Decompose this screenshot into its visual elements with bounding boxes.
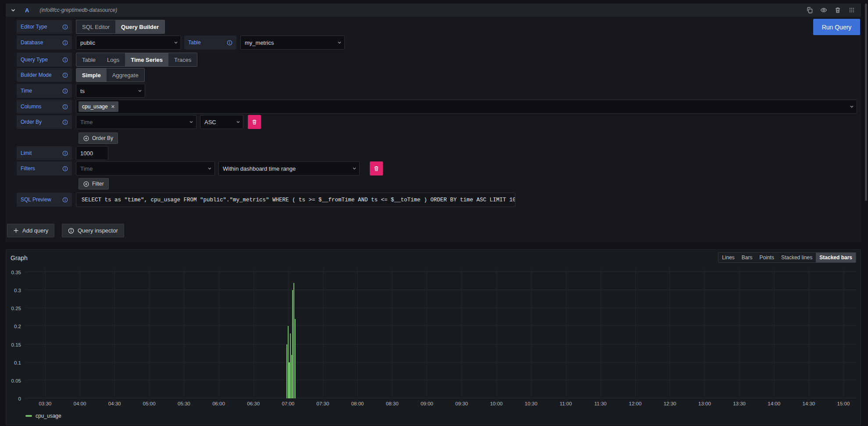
x-tick-label: 05:00 <box>143 401 156 406</box>
gridline <box>254 268 254 398</box>
graph-panel: Graph LinesBarsPointsStacked linesStacke… <box>6 249 861 425</box>
y-tick-label: 0.15 <box>11 342 21 347</box>
order-by-direction-select[interactable]: ASC <box>200 115 243 129</box>
drag-handle-icon[interactable] <box>847 5 857 15</box>
add-query-button[interactable]: Add query <box>7 224 54 237</box>
x-tick-label: 11:30 <box>594 401 607 406</box>
sql-preview-text: SELECT ts as "time", cpu_usage FROM "pub… <box>76 193 515 207</box>
y-tick-label: 0.3 <box>14 288 21 293</box>
scrollbar[interactable] <box>865 4 867 201</box>
add-order-by-button[interactable]: Order By <box>79 132 118 144</box>
info-icon[interactable] <box>62 72 68 78</box>
radio-option-aggregate[interactable]: Aggregate <box>107 68 144 82</box>
field-label-columns: Columns <box>17 100 72 114</box>
info-icon[interactable] <box>62 119 68 125</box>
filter-field-select[interactable]: Time <box>76 161 215 175</box>
gridline <box>739 268 740 398</box>
remove-filter-button[interactable] <box>370 161 383 175</box>
draw-mode-points[interactable]: Points <box>756 253 778 262</box>
database-select[interactable]: public <box>76 36 181 50</box>
gridline <box>704 268 705 398</box>
gridline <box>25 398 856 398</box>
gridline <box>184 268 184 398</box>
info-icon[interactable] <box>62 24 68 30</box>
filter-field-placeholder: Time <box>80 165 93 172</box>
time-column-value: ts <box>80 88 85 94</box>
info-icon[interactable] <box>62 88 68 94</box>
chevron-down-icon <box>188 119 194 125</box>
x-tick-label: 06:30 <box>247 401 260 406</box>
gridline <box>25 308 856 308</box>
radio-option-query-builder[interactable]: Query Builder <box>115 20 164 33</box>
table-select[interactable]: my_metrics <box>240 36 345 50</box>
legend-item-cpu-usage[interactable]: cpu_usage <box>25 413 61 419</box>
duplicate-query-icon[interactable] <box>805 5 814 15</box>
chevron-down-icon <box>351 165 357 172</box>
radio-option-sql-editor[interactable]: SQL Editor <box>76 20 115 33</box>
draw-mode-bars[interactable]: Bars <box>738 253 756 262</box>
plus-circle-icon <box>83 136 89 141</box>
add-filter-button[interactable]: Filter <box>79 178 109 190</box>
radio-option-traces[interactable]: Traces <box>168 53 197 66</box>
gridline <box>25 326 856 326</box>
tag-cpu-usage[interactable]: cpu_usage✕ <box>79 101 118 112</box>
query-inspector-button[interactable]: Query inspector <box>62 224 124 237</box>
gridline <box>45 268 46 398</box>
x-tick-label: 03:30 <box>39 401 51 406</box>
gridline <box>25 344 856 344</box>
x-tick-label: 14:30 <box>802 401 815 406</box>
y-tick-label: 0.35 <box>11 270 21 275</box>
gridline <box>809 268 809 398</box>
gridline <box>219 268 219 398</box>
chevron-down-icon <box>137 88 143 94</box>
info-icon[interactable] <box>227 40 232 46</box>
info-icon[interactable] <box>62 197 68 203</box>
gridline <box>80 268 80 398</box>
x-tick-label: 07:30 <box>317 401 329 406</box>
datasource-name: (info8fcc-greptimedb-datasource) <box>39 7 117 13</box>
run-query-button[interactable]: Run Query <box>813 19 860 35</box>
remove-query-trash-icon[interactable] <box>833 5 843 15</box>
radio-option-logs[interactable]: Logs <box>101 53 125 66</box>
draw-mode-stacked-lines[interactable]: Stacked lines <box>778 253 816 262</box>
gridline <box>25 290 856 290</box>
info-icon[interactable] <box>62 150 68 156</box>
x-tick-label: 15:00 <box>837 401 850 406</box>
query-type-toggle: TableLogsTime SeriesTraces <box>76 53 197 67</box>
gridline <box>600 268 601 398</box>
radio-option-table[interactable]: Table <box>76 53 101 66</box>
remove-tag-icon[interactable]: ✕ <box>111 104 115 110</box>
field-label-builder-mode: Builder Mode <box>17 68 72 82</box>
table-value: my_metrics <box>245 39 274 46</box>
info-icon[interactable] <box>62 166 68 172</box>
gridline <box>566 268 566 398</box>
remove-order-by-button[interactable] <box>248 115 261 129</box>
query-row-header[interactable]: A (info8fcc-greptimedb-datasource) <box>6 4 861 17</box>
hide-response-eye-icon[interactable] <box>819 5 829 15</box>
time-column-select[interactable]: ts <box>76 84 145 98</box>
draw-mode-lines[interactable]: Lines <box>718 253 738 262</box>
draw-mode-stacked-bars[interactable]: Stacked bars <box>816 253 856 262</box>
trash-icon <box>373 165 379 172</box>
order-by-field-select[interactable]: Time <box>76 115 196 129</box>
gridline <box>774 268 775 398</box>
gridline <box>670 268 670 398</box>
gridline <box>114 268 115 398</box>
gridline <box>531 268 532 398</box>
chevron-down-icon <box>173 39 179 46</box>
info-icon[interactable] <box>62 40 68 46</box>
info-icon[interactable] <box>62 57 68 63</box>
radio-option-time-series[interactable]: Time Series <box>125 53 168 66</box>
collapse-chevron-icon[interactable] <box>10 7 16 13</box>
radio-option-simple[interactable]: Simple <box>76 68 107 82</box>
x-tick-label: 12:00 <box>629 401 642 406</box>
field-label-query-type: Query Type <box>17 53 72 67</box>
y-axis: 00.050.10.150.20.250.30.35 <box>6 268 23 398</box>
field-label-order-by: Order By <box>17 115 72 129</box>
limit-input[interactable] <box>76 146 108 160</box>
columns-multiselect[interactable]: cpu_usage✕ <box>76 100 857 114</box>
field-label-editor-type: Editor Type <box>17 20 72 34</box>
filter-range-select[interactable]: Within dashboard time range <box>218 161 360 175</box>
gridline <box>323 268 323 398</box>
info-icon[interactable] <box>62 104 68 110</box>
